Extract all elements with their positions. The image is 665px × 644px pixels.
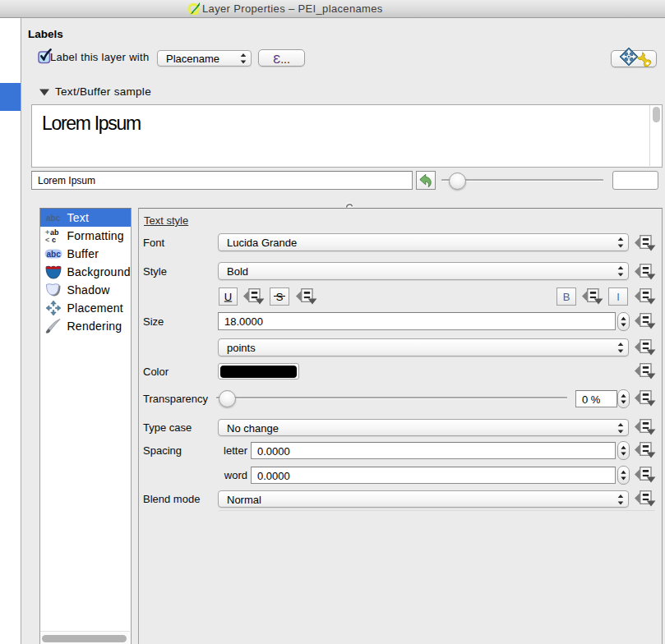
- svg-text:abc: abc: [46, 214, 61, 223]
- svg-text:c: c: [52, 236, 56, 244]
- svg-text:<: <: [45, 236, 49, 244]
- svg-text:abc: abc: [47, 250, 62, 259]
